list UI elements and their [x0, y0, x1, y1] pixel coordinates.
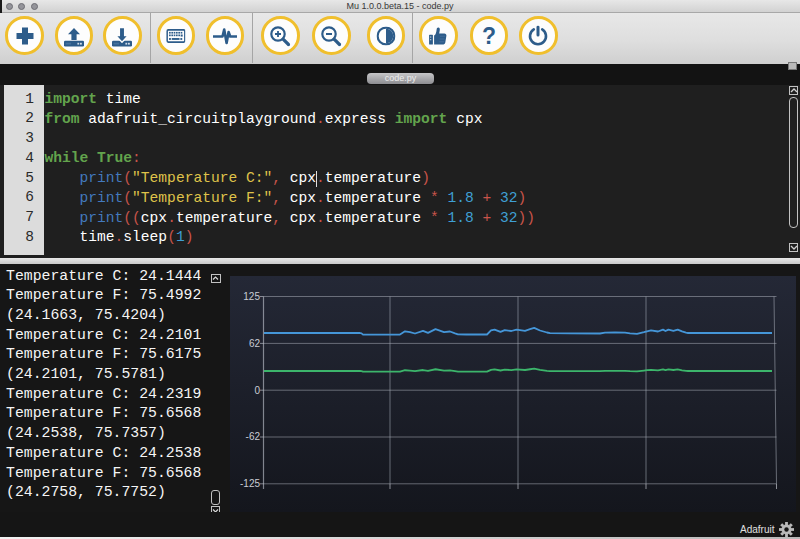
svg-text:125: 125 — [243, 291, 260, 302]
svg-text:-125: -125 — [240, 478, 260, 489]
svg-text:-62: -62 — [246, 431, 261, 442]
svg-text:0: 0 — [254, 385, 260, 396]
svg-text:?: ? — [482, 23, 496, 49]
svg-text:62: 62 — [249, 338, 261, 349]
